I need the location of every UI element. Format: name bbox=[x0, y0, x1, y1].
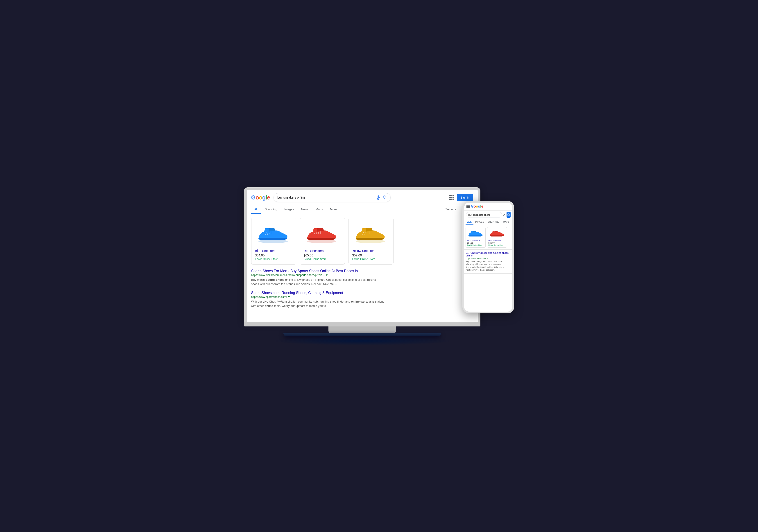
tab-shopping[interactable]: Shopping bbox=[261, 205, 280, 214]
product-image-red bbox=[304, 222, 340, 246]
yellow-sneaker-svg bbox=[354, 224, 387, 244]
search-input-desktop[interactable]: buy sneakers online bbox=[277, 195, 374, 199]
search-bar-desktop[interactable]: buy sneakers online bbox=[274, 193, 391, 202]
mobile-search-row: ✕ bbox=[464, 210, 512, 219]
laptop: Google buy sneakers online bbox=[244, 187, 480, 340]
tab-more[interactable]: More bbox=[327, 205, 340, 214]
mobile-red-name: Red Sneakers bbox=[489, 239, 505, 242]
snippet-text-5: with other bbox=[251, 304, 265, 307]
mobile-ad-line-2: The shop with competence in running ✓ bbox=[466, 263, 511, 266]
mobile-tab-maps[interactable]: MAPS bbox=[501, 219, 511, 225]
mobile-search-input[interactable] bbox=[466, 212, 502, 218]
result-title-1[interactable]: Sports Shoes For Men - Buy Sports Shoes … bbox=[251, 269, 473, 273]
mobile-tab-images[interactable]: IMAGES bbox=[473, 219, 486, 225]
laptop-stand bbox=[328, 327, 396, 333]
bold-sports-shoes: Sports Shoes bbox=[265, 278, 284, 281]
google-header: Google buy sneakers online bbox=[247, 190, 478, 205]
svg-point-5 bbox=[307, 239, 336, 243]
mobile-ad-line-3: Top brands like ASICS, adidas, Nike etc.… bbox=[466, 266, 511, 269]
mobile-red-store: Ecwid Online St... bbox=[489, 244, 505, 246]
hamburger-icon[interactable] bbox=[466, 205, 469, 208]
logo-o2: o bbox=[259, 194, 262, 201]
grid-dot bbox=[451, 195, 453, 196]
red-sneaker-store: Ecwid Online Store bbox=[304, 258, 341, 261]
mobile-blue-price: $64.00 bbox=[467, 242, 484, 244]
result-snippet-2: With our Live Chat, MyRunspiration commu… bbox=[251, 300, 473, 308]
tab-all[interactable]: All bbox=[251, 205, 261, 214]
svg-line-8 bbox=[509, 215, 510, 216]
svg-point-4 bbox=[258, 239, 288, 243]
product-card-blue[interactable]: Blue Sneakers $64.00 Ecwid Online Store bbox=[251, 218, 296, 265]
mobile-product-card-blue[interactable]: Blue Sneakers $64.00 Ecwid Online Store bbox=[465, 227, 486, 248]
tab-news[interactable]: News bbox=[298, 205, 312, 214]
mobile-red-price: $65.00 bbox=[489, 242, 505, 244]
laptop-shadow bbox=[272, 337, 452, 345]
product-row: Blue Sneakers $64.00 Ecwid Online Store bbox=[251, 218, 473, 265]
tab-settings[interactable]: Settings bbox=[442, 205, 459, 214]
grid-dot bbox=[449, 198, 451, 200]
product-card-yellow[interactable]: Yellow Sneakers $57.00 Ecwid Online Stor… bbox=[349, 218, 394, 265]
bold-sports: sports bbox=[367, 278, 376, 281]
search-icon-desktop bbox=[383, 195, 387, 199]
blue-sneaker-svg bbox=[256, 224, 290, 244]
sign-in-button[interactable]: Sign in bbox=[457, 194, 473, 201]
google-logo-desktop: Google bbox=[251, 194, 270, 201]
result-url-1: https://www.flipkart.com/mens-footwear/s… bbox=[251, 273, 473, 277]
laptop-foot bbox=[284, 333, 441, 337]
yellow-sneaker-store: Ecwid Online Store bbox=[352, 258, 390, 261]
main-content-desktop: Blue Sneakers $64.00 Ecwid Online Store bbox=[247, 214, 478, 322]
grid-dot bbox=[453, 198, 454, 200]
snippet-text-4: gait analysis along bbox=[360, 300, 385, 303]
product-image-blue bbox=[255, 222, 291, 246]
google-page: Google buy sneakers online bbox=[247, 190, 478, 322]
grid-dot bbox=[453, 197, 454, 198]
logo-e: e bbox=[267, 194, 270, 201]
mobile-products-row: Blue Sneakers $64.00 Ecwid Online Store … bbox=[464, 225, 512, 250]
blue-sneaker-price: $64.00 bbox=[255, 254, 293, 257]
mobile-inner: Google ✕ ALL IMAGES SHOPPING MAP bbox=[464, 203, 512, 312]
blue-sneaker-title: Blue Sneakers bbox=[255, 249, 293, 253]
snippet-text-3: With our Live Chat, MyRunspiration commu… bbox=[251, 300, 351, 303]
blue-sneaker-store: Ecwid Online Store bbox=[255, 258, 293, 261]
m-logo-o2: o bbox=[476, 204, 478, 208]
logo-g: G bbox=[251, 194, 256, 201]
search-result-2: SportsShoes.com: Running Shoes, Clothing… bbox=[251, 291, 473, 308]
grid-dot bbox=[449, 195, 451, 196]
yellow-sneaker-title: Yellow Sneakers bbox=[352, 249, 390, 253]
grid-dot bbox=[453, 195, 454, 196]
product-card-red[interactable]: Red Sneakers $65.00 Ecwid Online Store bbox=[300, 218, 345, 265]
mobile-tab-shopping[interactable]: SHOPPING bbox=[486, 219, 501, 225]
search-result-1: Sports Shoes For Men - Buy Sports Shoes … bbox=[251, 269, 473, 286]
logo-o1: o bbox=[256, 194, 259, 201]
mobile-blue-store: Ecwid Online Store bbox=[467, 244, 484, 246]
mobile-ad-line-4: Fast delivery ✓ Large selection. bbox=[466, 268, 511, 271]
mobile-ad-result: 21RUN: Buy discounted running shoes onli… bbox=[464, 250, 512, 273]
search-button-desktop[interactable] bbox=[383, 195, 387, 200]
grid-dot bbox=[449, 197, 451, 198]
laptop-base bbox=[244, 322, 480, 327]
result-title-2[interactable]: SportsShoes.com: Running Shoes, Clothing… bbox=[251, 291, 473, 295]
tab-images[interactable]: Images bbox=[281, 205, 297, 214]
mobile-search-button[interactable] bbox=[506, 212, 511, 218]
mobile-product-img-red bbox=[489, 229, 505, 239]
header-right: Sign in bbox=[449, 194, 473, 201]
laptop-screen-outer: Google buy sneakers online bbox=[244, 187, 480, 322]
hamburger-line bbox=[466, 207, 469, 208]
snippet-text-6: tools, we try our upmost to match you to… bbox=[273, 304, 329, 307]
hamburger-line bbox=[466, 205, 469, 205]
apps-icon[interactable] bbox=[449, 195, 454, 200]
mobile-product-card-red[interactable]: Red Sneakers $65.00 Ecwid Online St... bbox=[487, 227, 507, 248]
mobile-ad-title[interactable]: 21RUN: Buy discounted running shoes onli… bbox=[466, 252, 511, 257]
mobile-product-img-blue bbox=[467, 229, 484, 239]
mic-icon[interactable] bbox=[376, 195, 380, 200]
mobile-tab-all[interactable]: ALL bbox=[465, 219, 473, 225]
hamburger-line bbox=[466, 206, 469, 207]
grid-dot bbox=[451, 197, 453, 198]
snippet-text: online at low prices on Flipkart. Check … bbox=[285, 278, 366, 281]
logo-g2: g bbox=[262, 194, 266, 201]
mobile-blue-sneaker bbox=[467, 229, 484, 239]
tab-maps[interactable]: Maps bbox=[312, 205, 326, 214]
result-url-2: https://www.sportsshoes.com/ ▼ bbox=[251, 295, 473, 299]
mobile-google-logo: Google bbox=[471, 204, 483, 208]
mobile-clear-icon[interactable]: ✕ bbox=[503, 213, 506, 217]
